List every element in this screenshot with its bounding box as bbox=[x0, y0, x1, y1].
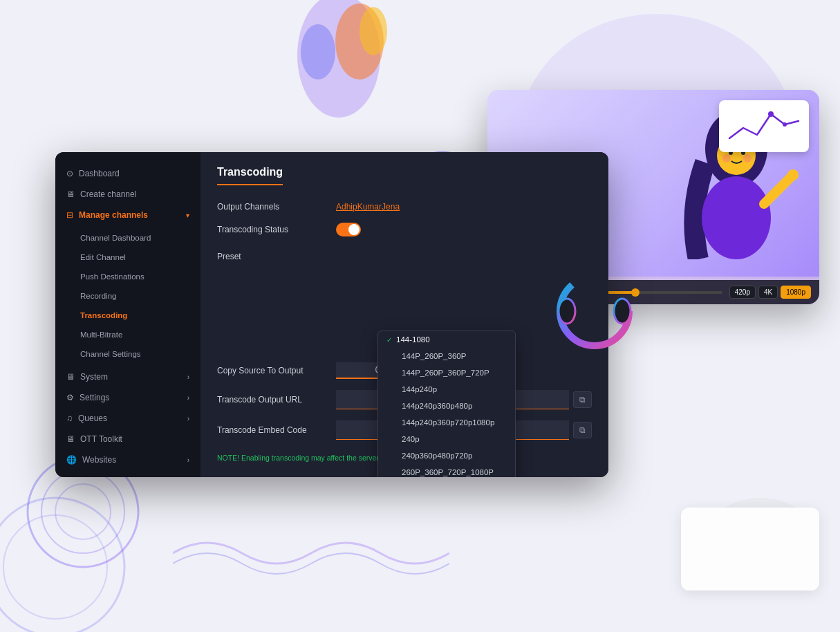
svg-point-1 bbox=[335, 3, 384, 80]
sidebar-item-autostream[interactable]: ⊙ Autostream bbox=[55, 470, 200, 477]
sidebar-item-multi-bitrate[interactable]: Multi-Bitrate bbox=[55, 325, 200, 344]
preset-label: Preset bbox=[217, 252, 328, 261]
sidebar-item-create-channel[interactable]: 🖥 Create channel bbox=[55, 184, 200, 205]
svg-point-13 bbox=[702, 176, 771, 259]
wave-svg bbox=[173, 519, 449, 588]
svg-point-0 bbox=[297, 0, 380, 118]
graph-svg bbox=[726, 107, 802, 145]
output-channels-label: Output Channels bbox=[217, 202, 328, 212]
sidebar-item-transcoding[interactable]: Transcoding bbox=[55, 306, 200, 325]
svg-point-18 bbox=[743, 154, 752, 162]
sidebar-item-channel-dashboard[interactable]: Channel Dashboard bbox=[55, 228, 200, 248]
sidebar-item-ott-toolkit[interactable]: 🖥 OTT Toolkit bbox=[55, 429, 200, 449]
dashboard-icon: ⊙ bbox=[66, 169, 73, 178]
quality-buttons: 420p 4K 1080p bbox=[729, 286, 811, 299]
dropdown-item-7[interactable]: 240p360p480p720p bbox=[378, 447, 515, 464]
sidebar-item-system[interactable]: 🖥 System › bbox=[55, 366, 200, 387]
chevron-down-icon: ▾ bbox=[186, 212, 189, 219]
dropdown-item-0[interactable]: ✓ 144-1080 bbox=[378, 331, 515, 348]
svg-point-24 bbox=[614, 299, 631, 324]
sidebar-item-manage-channels[interactable]: ⊟ Manage channels ▾ bbox=[55, 205, 200, 225]
svg-point-21 bbox=[783, 122, 787, 127]
dropdown-item-2[interactable]: 144P_260P_360P_720P bbox=[378, 364, 515, 381]
sidebar-item-channel-settings[interactable]: Channel Settings bbox=[55, 344, 200, 364]
quality-1080p-button[interactable]: 1080p bbox=[781, 286, 811, 299]
preset-row: Preset ✓ 144-1080 144P_260P_360P 144P_26… bbox=[217, 248, 592, 261]
copy-embed-button[interactable]: ⧉ bbox=[573, 422, 592, 438]
chevron-right-icon: › bbox=[187, 373, 189, 381]
dropdown-item-8[interactable]: 260P_360P_720P_1080P bbox=[378, 464, 515, 477]
svg-point-3 bbox=[301, 24, 335, 80]
transcoding-status-row: Transcoding Status bbox=[217, 223, 592, 236]
dropdown-item-4[interactable]: 144p240p360p480p bbox=[378, 398, 515, 414]
manage-channels-submenu: Channel Dashboard Edit Channel Push Dest… bbox=[55, 225, 200, 366]
sliders-icon: ⊟ bbox=[66, 210, 73, 220]
svg-point-2 bbox=[360, 7, 387, 55]
preset-dropdown[interactable]: ✓ 144-1080 144P_260P_360P 144P_260P_360P… bbox=[377, 331, 516, 477]
toolkit-icon: 🖥 bbox=[66, 434, 75, 444]
copy-url-button[interactable]: ⧉ bbox=[573, 391, 592, 408]
output-channels-row: Output Channels AdhipKumarJena bbox=[217, 202, 592, 212]
bottom-wave-decoration bbox=[173, 519, 449, 591]
sidebar-item-push-destinations[interactable]: Push Destinations bbox=[55, 267, 200, 286]
dropdown-item-1[interactable]: 144P_260P_360P bbox=[378, 348, 515, 364]
monitor-icon: 🖥 bbox=[66, 189, 75, 199]
sidebar: ⊙ Dashboard 🖥 Create channel ⊟ Manage ch… bbox=[55, 152, 200, 477]
ring-svg bbox=[553, 270, 636, 353]
sidebar-item-edit-channel[interactable]: Edit Channel bbox=[55, 248, 200, 267]
autostream-icon: ⊙ bbox=[66, 476, 73, 477]
svg-point-19 bbox=[787, 169, 799, 180]
transcode-embed-code-label: Transcode Embed Code bbox=[217, 425, 328, 435]
chevron-right-icon-3: › bbox=[187, 415, 189, 422]
transcoding-form: Output Channels AdhipKumarJena Transcodi… bbox=[217, 202, 592, 462]
copy-source-label: Copy Source To Output bbox=[217, 365, 328, 377]
main-content: Transcoding Output Channels AdhipKumarJe… bbox=[200, 152, 608, 477]
transcode-output-url-label: Transcode Output URL bbox=[217, 395, 328, 405]
gear-icon: ⚙ bbox=[66, 393, 74, 402]
sidebar-item-dashboard[interactable]: ⊙ Dashboard bbox=[55, 163, 200, 184]
svg-point-20 bbox=[768, 111, 774, 117]
bottom-right-card bbox=[681, 508, 819, 591]
sidebar-item-recording[interactable]: Recording bbox=[55, 286, 200, 306]
quality-420p-button[interactable]: 420p bbox=[729, 286, 756, 299]
ring-decoration bbox=[553, 270, 636, 353]
app-window: ⊙ Dashboard 🖥 Create channel ⊟ Manage ch… bbox=[55, 152, 608, 477]
transcoding-status-toggle[interactable] bbox=[336, 223, 361, 236]
output-channels-value[interactable]: AdhipKumarJena bbox=[336, 202, 400, 212]
chevron-right-icon-4: › bbox=[187, 456, 189, 464]
svg-point-27 bbox=[55, 484, 111, 539]
transcoding-status-label: Transcoding Status bbox=[217, 225, 328, 234]
quality-4k-button[interactable]: 4K bbox=[758, 286, 778, 299]
svg-point-17 bbox=[722, 154, 731, 162]
monitor-icon-2: 🖥 bbox=[66, 372, 75, 382]
music-icon: ♫ bbox=[66, 413, 73, 423]
dropdown-item-3[interactable]: 144p240p bbox=[378, 381, 515, 398]
graph-overlay bbox=[719, 100, 809, 152]
page-title: Transcoding bbox=[217, 166, 283, 185]
sidebar-item-queues[interactable]: ♫ Queues › bbox=[55, 408, 200, 429]
svg-point-23 bbox=[559, 299, 575, 324]
dropdown-item-5[interactable]: 144p240p360p720p1080p bbox=[378, 414, 515, 431]
svg-point-26 bbox=[41, 470, 124, 553]
check-icon: ✓ bbox=[386, 336, 392, 344]
sidebar-item-settings[interactable]: ⚙ Settings › bbox=[55, 387, 200, 408]
chevron-right-icon-2: › bbox=[187, 394, 189, 402]
sidebar-item-websites[interactable]: 🌐 Websites › bbox=[55, 449, 200, 470]
dropdown-item-6[interactable]: 240p bbox=[378, 431, 515, 447]
globe-icon: 🌐 bbox=[66, 455, 77, 465]
